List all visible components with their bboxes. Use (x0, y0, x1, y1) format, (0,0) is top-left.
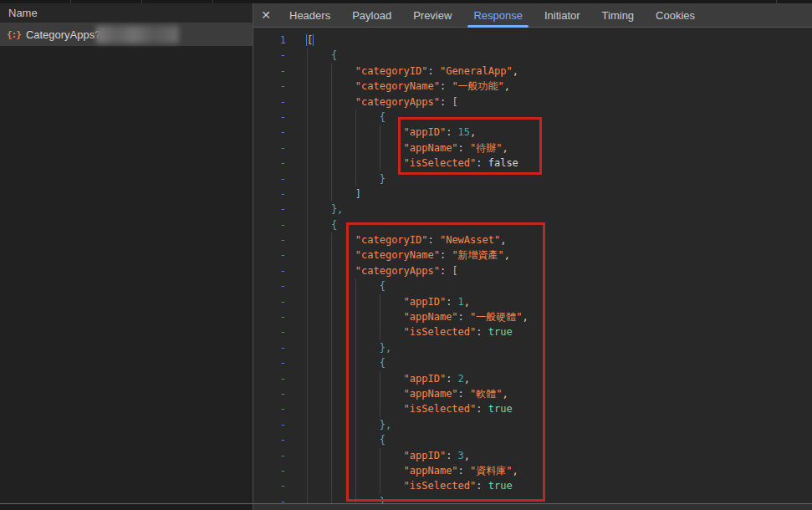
indent-guide (331, 171, 355, 186)
fold-marker[interactable]: - (253, 232, 286, 247)
tab-payload[interactable]: Payload (341, 3, 402, 28)
bottom-strip-left (0, 504, 253, 510)
fold-marker[interactable]: - (253, 401, 286, 416)
indent-guide (307, 110, 331, 125)
indent-guide (307, 79, 331, 94)
code-line: -{ (253, 48, 812, 63)
indent-guide (307, 232, 331, 247)
indent-guide (307, 324, 331, 339)
tab-cookies[interactable]: Cookies (645, 3, 706, 28)
indent-guide (307, 48, 331, 63)
indent-guide (307, 448, 331, 463)
code-line-content: { (307, 48, 337, 63)
code-line-content: "categoryID": "GeneralApp", (307, 64, 518, 79)
fold-marker[interactable]: - (253, 340, 286, 355)
token-str: "GeneralApp" (440, 65, 513, 77)
indent-guide (307, 478, 331, 493)
fold-marker[interactable]: - (253, 140, 286, 156)
indent-guide (307, 463, 331, 478)
fold-marker[interactable]: - (253, 110, 286, 125)
code-line-content: ] (307, 186, 361, 201)
token-key: "categoryApps" (355, 96, 440, 108)
fold-marker[interactable]: - (253, 48, 286, 63)
tab-headers[interactable]: Headers (278, 3, 341, 28)
token-bracket: ] (355, 188, 361, 200)
indent-guide (331, 94, 355, 110)
indent-guide (355, 125, 380, 140)
indent-guide (355, 171, 380, 186)
indent-guide (307, 171, 331, 186)
fold-marker[interactable]: - (253, 156, 286, 171)
indent-guide (307, 294, 331, 309)
code-line: -"categoryID": "GeneralApp", (253, 64, 812, 79)
fold-marker[interactable]: - (253, 125, 286, 140)
token-punct: , (513, 65, 518, 77)
detail-tabbar: ✕ Headers Payload Preview Response Initi… (253, 3, 812, 28)
fold-marker[interactable]: - (253, 417, 286, 432)
indent-guide (307, 263, 331, 278)
indent-guide (331, 64, 355, 79)
token-punct: , (504, 80, 510, 92)
fold-marker[interactable]: - (253, 79, 286, 94)
indent-guide (307, 94, 331, 110)
indent-guide (307, 156, 331, 171)
redacted-query-string (96, 26, 179, 43)
indent-guide (307, 247, 331, 263)
token-brace: }, (331, 203, 343, 215)
tab-response-label: Response (473, 9, 523, 22)
code-line-content: { (307, 217, 337, 232)
fold-marker[interactable]: - (253, 294, 286, 309)
indent-guide (331, 79, 355, 94)
fold-marker[interactable]: - (253, 309, 286, 324)
token-brace: { (380, 111, 386, 123)
fold-marker[interactable]: - (253, 263, 286, 278)
indent-guide (355, 140, 380, 156)
tab-timing[interactable]: Timing (591, 3, 646, 28)
fold-marker[interactable]: - (253, 432, 286, 447)
indent-guide (307, 140, 331, 156)
fold-marker[interactable]: - (253, 463, 286, 478)
code-line-content: { (307, 110, 386, 125)
fold-marker[interactable]: - (253, 386, 286, 401)
code-line-content: "categoryApps": [ (307, 94, 458, 110)
indent-guide (331, 186, 355, 201)
fold-marker[interactable]: - (253, 64, 286, 79)
token-punct: : (440, 96, 452, 108)
fold-marker[interactable]: - (253, 371, 286, 386)
close-icon[interactable]: ✕ (253, 8, 278, 22)
fold-marker[interactable]: - (253, 171, 286, 186)
name-column-header[interactable]: Name (0, 3, 253, 23)
indent-guide (307, 386, 331, 401)
code-line: -] (253, 186, 812, 201)
fold-marker[interactable]: - (253, 448, 286, 463)
indent-guide (355, 156, 380, 171)
code-line-content: } (307, 171, 386, 186)
indent-guide (307, 201, 331, 217)
devtools-network-panel: Name {:} CategoryApps? ✕ Headers Payload… (0, 0, 812, 510)
fold-marker[interactable]: - (253, 247, 286, 263)
token-bracket: [ (452, 96, 457, 108)
code-line-content: }, (307, 201, 343, 217)
token-key: "categoryID" (355, 65, 428, 77)
token-brace: } (380, 173, 386, 185)
fold-marker[interactable]: - (253, 186, 286, 201)
tab-preview[interactable]: Preview (402, 3, 462, 28)
token-root: [ (307, 34, 313, 46)
code-line: -"categoryApps": [ (253, 94, 812, 110)
annotation-box-1 (398, 117, 542, 175)
request-row-selected[interactable]: {:} CategoryApps? (0, 23, 258, 46)
fold-marker[interactable]: - (253, 278, 286, 293)
indent-guide (331, 156, 355, 171)
fold-marker[interactable]: - (253, 324, 286, 339)
network-request-list: Name {:} CategoryApps? (0, 3, 253, 510)
code-line-content: "categoryName": "一般功能", (307, 79, 510, 94)
tab-response[interactable]: Response (462, 3, 534, 28)
token-brace: { (331, 49, 337, 61)
fold-marker[interactable]: - (253, 201, 286, 217)
fold-marker[interactable]: - (253, 217, 286, 232)
fold-marker[interactable]: - (253, 355, 286, 370)
fold-marker[interactable]: - (253, 478, 286, 493)
tab-initiator[interactable]: Initiator (534, 3, 591, 28)
fold-marker[interactable]: - (253, 94, 286, 110)
indent-guide (307, 401, 331, 416)
